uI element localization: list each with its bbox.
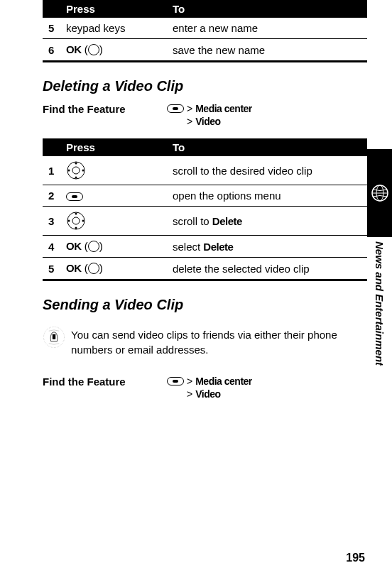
table-row: 2 open the options menu <box>43 185 367 207</box>
menu-key-icon <box>66 192 83 201</box>
to-bold: Delete <box>212 215 242 227</box>
to-prefix: select <box>173 241 200 253</box>
find-feature-label: Find the Feature <box>43 376 167 401</box>
center-key-icon <box>88 263 99 274</box>
to-prefix: scroll to <box>173 215 209 227</box>
svg-point-4 <box>68 170 70 172</box>
body-with-badge: You can send video clips to friends via … <box>43 322 367 363</box>
header-press: Press <box>60 0 167 18</box>
to-cell: save the new name <box>167 39 367 62</box>
press-cell: keypad keys <box>60 18 167 39</box>
press-cell <box>60 185 167 207</box>
step-number: 4 <box>43 236 60 258</box>
svg-point-9 <box>75 227 77 229</box>
find-feature-row: Find the Feature > Media center > Video <box>43 376 367 401</box>
step-number: 1 <box>43 156 60 185</box>
to-cell: delete the selected video clip <box>167 258 367 280</box>
svg-point-8 <box>75 213 77 215</box>
feature-path: > Media center > Video <box>167 376 252 401</box>
gt: > <box>187 376 192 387</box>
to-bold: Delete <box>203 241 233 253</box>
gt: > <box>187 116 192 127</box>
path-media-center: Media center <box>195 103 252 114</box>
gt: > <box>187 388 192 400</box>
table-header-row: Press To <box>43 138 367 156</box>
svg-rect-13 <box>53 334 55 339</box>
table-row: 5 keypad keys enter a new name <box>43 18 367 39</box>
svg-point-5 <box>82 170 85 172</box>
press-cell: OK () <box>60 258 167 280</box>
press-cell <box>60 156 167 185</box>
table-row: 5 OK () delete the selected video clip <box>43 258 367 280</box>
path-media-center: Media center <box>195 376 252 387</box>
instruction-table-2: Press To 1 scroll to the desired video c… <box>43 138 367 281</box>
to-cell: enter a new name <box>167 18 367 39</box>
press-cell <box>60 207 167 236</box>
step-number: 2 <box>43 185 60 207</box>
feature-path: > Media center > Video <box>167 103 252 128</box>
menu-key-icon <box>167 104 184 113</box>
header-press: Press <box>60 138 167 156</box>
gt: > <box>187 103 192 114</box>
section-heading-deleting: Deleting a Video Clip <box>43 78 367 94</box>
find-feature-label: Find the Feature <box>43 103 167 128</box>
svg-point-1 <box>72 167 80 174</box>
press-cell: OK () <box>60 39 167 62</box>
network-subscription-badge-icon <box>43 322 65 353</box>
table-row: 1 scroll to the desired video clip <box>43 156 367 185</box>
to-cell: select Delete <box>167 236 367 258</box>
body-text: You can send video clips to friends via … <box>71 327 367 357</box>
svg-point-7 <box>72 217 80 224</box>
sidebar-label: News and Entertainment <box>374 241 386 366</box>
step-number: 3 <box>43 207 60 236</box>
find-feature-row: Find the Feature > Media center > Video <box>43 103 367 128</box>
section-heading-sending: Sending a Video Clip <box>43 297 367 313</box>
center-key-icon <box>88 241 99 252</box>
ok-label: OK <box>66 262 82 274</box>
menu-key-icon <box>167 377 184 385</box>
page-number: 195 <box>346 552 365 564</box>
press-cell: OK () <box>60 236 167 258</box>
ok-label: OK <box>66 43 82 55</box>
table-header-row: Press To <box>43 0 367 18</box>
svg-point-6 <box>67 212 85 229</box>
step-number: 6 <box>43 39 60 62</box>
header-to: To <box>167 0 367 18</box>
to-cell: scroll to Delete <box>167 207 367 236</box>
table-row: 6 OK () save the new name <box>43 39 367 62</box>
instruction-table-1: Press To 5 keypad keys enter a new name … <box>43 0 367 62</box>
header-to: To <box>167 138 367 156</box>
table-row: 4 OK () select Delete <box>43 236 367 258</box>
to-cell: scroll to the desired video clip <box>167 156 367 185</box>
step-number: 5 <box>43 258 60 280</box>
black-tab <box>367 149 392 237</box>
step-number: 5 <box>43 18 60 39</box>
dpad-icon <box>66 211 86 231</box>
to-cell: open the options menu <box>167 185 367 207</box>
ok-label: OK <box>66 240 82 252</box>
svg-point-11 <box>82 220 85 222</box>
svg-point-2 <box>75 163 77 165</box>
svg-point-3 <box>75 177 77 179</box>
svg-point-0 <box>67 162 85 179</box>
path-video: Video <box>195 388 220 400</box>
path-video: Video <box>195 116 220 127</box>
center-key-icon <box>88 44 99 55</box>
table-row: 3 scroll to Delete <box>43 207 367 236</box>
globe-icon <box>370 183 390 203</box>
svg-point-10 <box>68 220 70 222</box>
side-tab: News and Entertainment <box>367 149 392 366</box>
dpad-icon <box>66 160 86 180</box>
